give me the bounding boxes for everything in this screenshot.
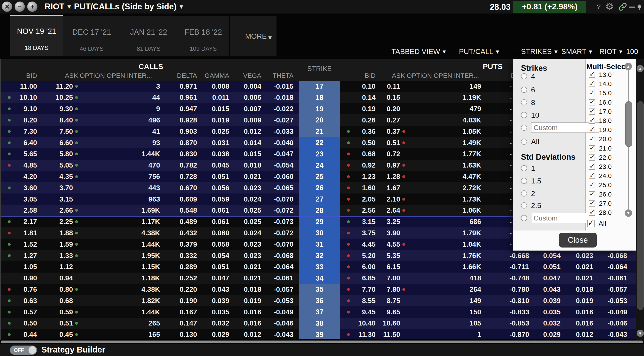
put-bid-cell[interactable]: 11.30 — [353, 329, 376, 339]
call-delta-cell[interactable]: 0.252 — [162, 272, 197, 284]
call-ask-cell[interactable]: 0.94 — [40, 272, 73, 284]
call-vega-cell[interactable]: 0.016 — [231, 306, 261, 318]
checkbox-28.0[interactable]: ✓ — [589, 210, 595, 216]
put-delta-cell[interactable]: -0.780 — [510, 284, 538, 295]
call-gamma-cell[interactable]: 0.060 — [199, 227, 229, 239]
put-ask-cell[interactable]: 7.00 — [377, 272, 400, 284]
call-ask-cell[interactable]: 1.59 — [40, 239, 73, 250]
tab-more[interactable]: MORE▼ — [230, 16, 276, 56]
call-bid-cell[interactable]: 11.00 — [13, 81, 37, 92]
scroll-up-icon[interactable]: ▲ — [636, 65, 644, 72]
call-oi-cell[interactable]: 4.38K — [95, 284, 160, 295]
put-bid-cell[interactable]: 8.55 — [353, 295, 376, 306]
put-oi-cell[interactable]: 1.05K — [427, 126, 481, 137]
call-ask-cell[interactable]: 10.25 — [40, 92, 73, 103]
call-theta-cell[interactable]: -0.072 — [262, 227, 294, 239]
put-bid-cell[interactable]: 7.70 — [353, 284, 376, 295]
call-delta-cell[interactable]: 0.782 — [162, 160, 197, 171]
call-gamma-cell[interactable]: 0.029 — [199, 329, 229, 339]
multiselect-scroll-up-icon[interactable]: ▲ — [624, 63, 632, 70]
strike-cell[interactable]: 30 — [299, 227, 340, 239]
put-gamma-cell[interactable]: 0.035 — [543, 306, 567, 318]
call-bid-cell[interactable]: 7.30 — [13, 126, 37, 137]
strike-cell[interactable]: 29 — [299, 216, 340, 227]
put-ask-cell[interactable]: 10.60 — [377, 318, 400, 329]
view-control-riot[interactable]: RIOT▼ — [599, 48, 622, 56]
call-ask-cell[interactable]: 0.51 — [40, 318, 73, 329]
call-bid-cell[interactable]: 4.20 — [13, 171, 37, 182]
call-oi-cell[interactable]: 443 — [95, 182, 160, 193]
radio-icon[interactable] — [521, 112, 527, 118]
put-oi-cell[interactable]: 264 — [427, 284, 481, 295]
radio-icon[interactable] — [521, 165, 527, 171]
call-vega-cell[interactable]: 0.021 — [231, 171, 261, 182]
call-oi-cell[interactable]: 265 — [95, 318, 160, 329]
call-bid-cell[interactable]: 0.50 — [13, 318, 37, 329]
put-vega-cell[interactable]: 0.023 — [576, 250, 600, 261]
put-ask-cell[interactable]: 6.15 — [377, 261, 400, 272]
call-vega-cell[interactable]: 0.005 — [231, 92, 261, 103]
call-gamma-cell[interactable]: 0.035 — [199, 306, 229, 318]
call-bid-cell[interactable]: 0.90 — [13, 272, 37, 284]
put-oi-cell[interactable]: 1.76K — [427, 250, 481, 261]
strike-cell[interactable]: 28 — [299, 205, 340, 216]
view-caret-icon[interactable]: ▼ — [180, 4, 183, 9]
radio-icon[interactable] — [521, 178, 527, 184]
strike-cell[interactable]: 22 — [299, 137, 340, 148]
call-gamma-cell[interactable]: 0.031 — [199, 137, 229, 148]
call-vega-cell[interactable]: 0.021 — [231, 272, 261, 284]
checkbox-19.0[interactable]: ✓ — [589, 127, 595, 133]
call-gamma-cell[interactable]: 0.038 — [199, 148, 229, 160]
call-delta-cell[interactable]: 0.332 — [162, 250, 197, 261]
put-oi-cell[interactable]: 1.79K — [427, 227, 481, 239]
radio-icon[interactable] — [521, 202, 527, 208]
radio-icon[interactable] — [521, 125, 527, 131]
call-delta-cell[interactable]: 0.190 — [162, 295, 197, 306]
multiselect-scroll-down-icon[interactable]: ▼ — [624, 209, 632, 217]
put-theta-cell[interactable]: -0.068 — [608, 250, 636, 261]
call-bid-cell[interactable]: 9.10 — [13, 103, 37, 115]
call-gamma-cell[interactable]: 0.058 — [199, 239, 229, 250]
calls-vega-header[interactable]: VEGA — [231, 72, 261, 79]
put-ask-cell[interactable]: 0.72 — [377, 148, 400, 160]
calls-bid-header[interactable]: BID — [4, 72, 37, 79]
call-delta-cell[interactable]: 0.289 — [162, 261, 197, 272]
put-bid-cell[interactable]: 6.85 — [353, 272, 376, 284]
strike-cell[interactable]: 36 — [299, 295, 340, 306]
put-ask-cell[interactable]: 3.90 — [377, 227, 400, 239]
call-gamma-cell[interactable]: 0.045 — [199, 160, 229, 171]
put-delta-cell[interactable]: -0.668 — [510, 250, 538, 261]
call-ask-cell[interactable]: 9.30 — [40, 103, 73, 115]
strike-cell[interactable]: 17 — [299, 81, 340, 92]
put-theta-cell[interactable]: -0.061 — [608, 272, 636, 284]
tab-expiration-2[interactable]: JAN 21 '2281 DAYS — [120, 16, 177, 56]
call-vega-cell[interactable]: 0.014 — [231, 137, 261, 148]
call-vega-cell[interactable]: 0.023 — [231, 182, 261, 193]
link-icon[interactable] — [618, 2, 628, 13]
call-gamma-cell[interactable]: 0.061 — [199, 216, 229, 227]
call-bid-cell[interactable]: 0.63 — [13, 295, 37, 306]
put-ask-cell[interactable]: 8.75 — [377, 295, 400, 306]
put-ask-cell[interactable]: 0.97 — [377, 160, 400, 171]
call-vega-cell[interactable]: 0.021 — [231, 261, 261, 272]
put-bid-cell[interactable]: 0.50 — [353, 137, 376, 148]
call-theta-cell[interactable]: -0.053 — [262, 295, 294, 306]
put-oi-cell[interactable]: 105 — [427, 318, 481, 329]
tab-expiration-1[interactable]: DEC 17 '2146 DAYS — [63, 16, 120, 56]
put-oi-cell[interactable]: 1.49K — [427, 137, 481, 148]
strike-cell[interactable]: 32 — [299, 250, 340, 261]
call-bid-cell[interactable]: 4.85 — [13, 160, 37, 171]
strike-cell[interactable]: 23 — [299, 148, 340, 160]
put-ask-cell[interactable]: 7.80 — [377, 284, 400, 295]
call-gamma-cell[interactable]: 0.032 — [199, 318, 229, 329]
horizontal-scrollbar[interactable] — [1, 340, 643, 343]
call-theta-cell[interactable]: -0.047 — [262, 148, 294, 160]
put-bid-cell[interactable]: 0.14 — [353, 92, 376, 103]
radio-icon[interactable] — [521, 139, 527, 145]
strike-cell[interactable]: 25 — [299, 171, 340, 182]
put-oi-cell[interactable]: 2.72K — [427, 182, 481, 193]
view-control-tabbed-view[interactable]: TABBED VIEW▼ — [392, 48, 446, 56]
call-gamma-cell[interactable]: 0.061 — [199, 205, 229, 216]
call-delta-cell[interactable]: 0.167 — [162, 306, 197, 318]
put-bid-cell[interactable]: 0.92 — [353, 160, 376, 171]
